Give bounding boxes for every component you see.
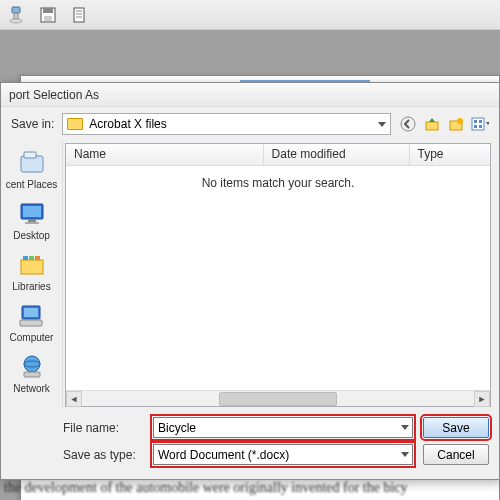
- svg-rect-25: [21, 260, 43, 274]
- cancel-button[interactable]: Cancel: [423, 444, 489, 465]
- save-icon[interactable]: [38, 5, 58, 25]
- chevron-down-icon: [401, 452, 409, 457]
- place-computer[interactable]: Computer: [1, 298, 62, 347]
- scroll-thumb[interactable]: [219, 392, 337, 406]
- svg-rect-26: [23, 256, 28, 260]
- svg-rect-31: [20, 320, 42, 326]
- svg-rect-23: [28, 219, 36, 222]
- svg-point-32: [24, 356, 40, 372]
- network-icon: [17, 353, 47, 381]
- col-name[interactable]: Name: [66, 144, 264, 165]
- file-name-label: File name:: [63, 421, 143, 435]
- save-as-type-combo[interactable]: Word Document (*.docx): [153, 444, 413, 465]
- save-in-value: Acrobat X files: [89, 117, 166, 131]
- svg-rect-22: [23, 206, 41, 217]
- chevron-down-icon: [378, 122, 386, 127]
- svg-rect-6: [74, 8, 84, 22]
- save-button[interactable]: Save: [423, 417, 489, 438]
- save-as-type-value: Word Document (*.docx): [158, 448, 289, 462]
- horizontal-scrollbar[interactable]: ◄ ►: [66, 390, 490, 406]
- new-folder-icon[interactable]: [447, 115, 465, 133]
- file-list-header: Name Date modified Type: [66, 144, 490, 166]
- place-desktop[interactable]: Desktop: [1, 196, 62, 245]
- empty-message: No items match your search.: [66, 166, 490, 390]
- place-recent[interactable]: cent Places: [1, 145, 62, 194]
- scroll-track[interactable]: [82, 391, 474, 407]
- scroll-left-icon[interactable]: ◄: [66, 391, 82, 407]
- svg-rect-11: [426, 122, 438, 130]
- dialog-nav-icons: [399, 115, 489, 133]
- tool-icon-1[interactable]: [6, 5, 26, 25]
- svg-rect-1: [14, 13, 18, 19]
- save-in-combo[interactable]: Acrobat X files: [62, 113, 391, 135]
- svg-rect-17: [474, 125, 477, 128]
- chevron-down-icon: [401, 425, 409, 430]
- place-network[interactable]: Network: [1, 349, 62, 398]
- file-list: Name Date modified Type No items match y…: [65, 143, 491, 407]
- export-selection-dialog: port Selection As Save in: Acrobat X fil…: [0, 82, 500, 480]
- svg-rect-14: [472, 118, 484, 130]
- svg-rect-15: [474, 120, 477, 123]
- place-libraries[interactable]: Libraries: [1, 247, 62, 296]
- place-network-label: Network: [13, 383, 50, 394]
- svg-rect-20: [24, 152, 36, 158]
- app-toolbar: [0, 0, 500, 30]
- places-bar: cent Places Desktop Libraries Computer N…: [1, 141, 63, 409]
- file-name-input[interactable]: Bicycle: [153, 417, 413, 438]
- file-name-value: Bicycle: [158, 421, 196, 435]
- place-libraries-label: Libraries: [12, 281, 50, 292]
- svg-rect-5: [44, 16, 52, 21]
- save-in-label: Save in:: [11, 117, 54, 131]
- place-computer-label: Computer: [10, 332, 54, 343]
- up-icon[interactable]: [423, 115, 441, 133]
- desktop-icon: [17, 200, 47, 228]
- computer-icon: [17, 302, 47, 330]
- view-menu-icon[interactable]: [471, 115, 489, 133]
- dialog-title: port Selection As: [1, 83, 499, 107]
- svg-rect-18: [479, 125, 482, 128]
- scroll-right-icon[interactable]: ►: [474, 391, 490, 407]
- svg-rect-0: [12, 7, 20, 13]
- back-icon[interactable]: [399, 115, 417, 133]
- svg-rect-28: [35, 256, 40, 260]
- col-date[interactable]: Date modified: [264, 144, 410, 165]
- recent-places-icon: [17, 149, 47, 177]
- svg-rect-34: [24, 372, 40, 377]
- svg-rect-27: [29, 256, 34, 260]
- col-type[interactable]: Type: [410, 144, 490, 165]
- place-recent-label: cent Places: [6, 179, 58, 190]
- svg-rect-4: [43, 8, 53, 13]
- svg-rect-16: [479, 120, 482, 123]
- save-as-type-label: Save as type:: [63, 448, 143, 462]
- libraries-icon: [17, 251, 47, 279]
- svg-point-10: [401, 117, 415, 131]
- document-icon[interactable]: [70, 5, 90, 25]
- svg-point-13: [457, 118, 463, 124]
- place-desktop-label: Desktop: [13, 230, 50, 241]
- folder-icon: [67, 118, 83, 130]
- document-body-text: the development of the automobile were o…: [4, 480, 500, 496]
- svg-point-2: [10, 19, 22, 23]
- svg-rect-30: [24, 308, 38, 317]
- svg-rect-24: [25, 222, 39, 224]
